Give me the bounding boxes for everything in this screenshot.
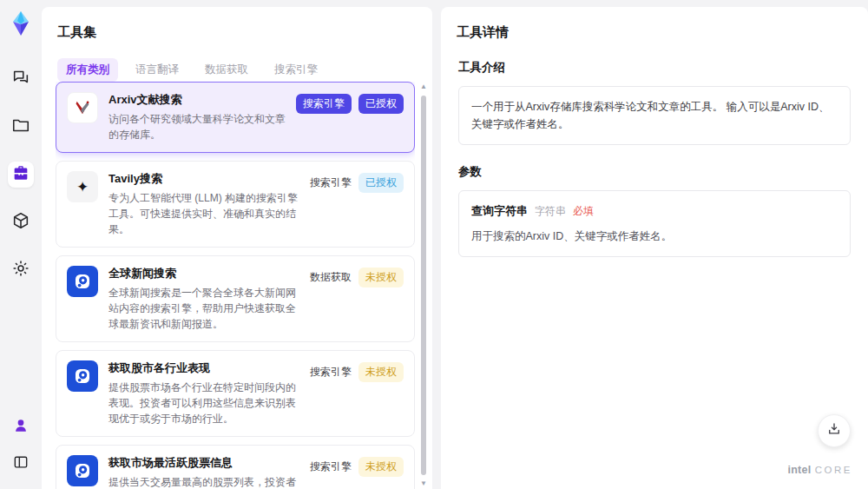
tool-name: 全球新闻搜索	[108, 266, 299, 281]
tool-category-badge: 搜索引擎	[310, 173, 352, 193]
tab-data-fetch[interactable]: 数据获取	[196, 58, 257, 82]
tool-description: 全球新闻搜索是一个聚合全球各大新闻网站内容的搜索引擎，帮助用户快速获取全球最新资…	[108, 285, 299, 332]
param-description: 用于搜索的Arxiv ID、关键字或作者姓名。	[471, 228, 838, 245]
detail-title: 工具详情	[441, 7, 868, 41]
chat-icon	[11, 68, 30, 90]
tool-description: 提供股票市场各个行业在特定时间段内的表现。投资者可以利用这些信息来识别表现优于或…	[108, 380, 299, 426]
tool-card[interactable]: 获取股市各行业表现 提供股票市场各个行业在特定时间段内的表现。投资者可以利用这些…	[56, 350, 415, 437]
sidebar-item-account[interactable]	[8, 414, 34, 440]
tab-search-engine[interactable]: 搜索引擎	[266, 58, 326, 82]
tool-auth-badge: 已授权	[358, 94, 404, 114]
tool-name: Arxiv文献搜索	[108, 92, 286, 108]
star-icon: ✦	[67, 171, 98, 202]
intro-text-box: 一个用于从Arxiv存储库搜索科学论文和文章的工具。 输入可以是Arxiv ID…	[458, 86, 851, 145]
intro-section-title: 工具介绍	[441, 41, 868, 76]
tool-card[interactable]: 获取市场最活跃股票信息 提供当天交易量最高的股票列表，投资者可以利用这些信息来识…	[56, 445, 415, 489]
sidebar-item-collapse[interactable]	[8, 451, 34, 477]
tool-description: 专为人工智能代理 (LLM) 构建的搜索引擎工具。可快速提供实时、准确和真实的结…	[108, 190, 299, 237]
tool-category-badge: 搜索引擎	[296, 94, 352, 114]
param-required-flag: 必填	[573, 203, 594, 220]
brand-core: CORE	[815, 465, 852, 475]
gear-icon	[11, 259, 30, 281]
toolbox-icon	[11, 163, 30, 186]
tool-auth-badge: 未授权	[358, 457, 404, 477]
scrollbar-thumb[interactable]	[421, 96, 426, 475]
download-icon	[826, 421, 842, 440]
params-section-title: 参数	[441, 145, 868, 180]
tool-list: Arxiv文献搜索 访问各个研究领域大量科学论文和文章的存储库。 搜索引擎 已授…	[56, 82, 415, 489]
scroll-up-icon[interactable]: ▲	[419, 83, 428, 90]
panel-toggle-icon	[12, 453, 30, 474]
sidebar-nav	[8, 66, 34, 283]
toolset-panel: 工具集 所有类别 语言翻译 数据获取 搜索引擎 Arxiv文献搜索 访问各个研究…	[42, 7, 432, 489]
sidebar-item-packages[interactable]	[8, 209, 34, 235]
param-type: 字符串	[535, 203, 566, 220]
toolset-title: 工具集	[42, 7, 432, 41]
arxiv-logo-icon	[67, 92, 98, 123]
sidebar-bottom	[8, 414, 34, 477]
user-icon	[12, 417, 30, 438]
tool-description: 访问各个研究领域大量科学论文和文章的存储库。	[108, 111, 286, 142]
tool-name: 获取股市各行业表现	[108, 360, 299, 376]
param-name: 查询字符串	[471, 202, 528, 221]
finance-logo-icon	[67, 266, 98, 297]
scrollbar[interactable]: ▲ ▼	[419, 83, 428, 487]
tool-name: 获取市场最活跃股票信息	[108, 455, 299, 471]
tool-category-badge: 搜索引擎	[310, 362, 352, 382]
tool-auth-badge: 已授权	[358, 173, 404, 193]
sidebar-item-chat[interactable]	[8, 66, 34, 92]
parameter-box: 查询字符串 字符串 必填 用于搜索的Arxiv ID、关键字或作者姓名。	[458, 190, 851, 257]
tool-card[interactable]: 全球新闻搜索 全球新闻搜索是一个聚合全球各大新闻网站内容的搜索引擎，帮助用户快速…	[56, 255, 415, 342]
sidebar-item-settings[interactable]	[8, 257, 34, 283]
sidebar-item-tools[interactable]	[8, 162, 34, 188]
tool-category-badge: 搜索引擎	[310, 457, 352, 477]
cube-icon	[11, 211, 30, 234]
sidebar-rail	[0, 0, 42, 489]
tool-description: 提供当天交易量最高的股票列表，投资者可以利用这些信息来识别流动性强的股票和潜在的…	[108, 474, 299, 489]
finance-logo-icon	[67, 455, 98, 486]
tool-detail-panel: 工具详情 工具介绍 一个用于从Arxiv存储库搜索科学论文和文章的工具。 输入可…	[441, 7, 868, 489]
tool-name: Tavily搜索	[108, 171, 299, 187]
finance-logo-icon	[67, 360, 98, 392]
download-button[interactable]	[818, 414, 851, 447]
brand-intel: intel	[788, 464, 812, 476]
folder-icon	[11, 116, 30, 138]
tool-card[interactable]: Arxiv文献搜索 访问各个研究领域大量科学论文和文章的存储库。 搜索引擎 已授…	[56, 82, 415, 153]
tab-all-categories[interactable]: 所有类别	[57, 58, 118, 82]
scroll-down-icon[interactable]: ▼	[419, 480, 428, 487]
tool-card[interactable]: ✦ Tavily搜索 专为人工智能代理 (LLM) 构建的搜索引擎工具。可快速提…	[56, 161, 415, 248]
tool-category-badge: 数据获取	[310, 268, 352, 287]
intel-core-logo: intel CORE	[788, 461, 852, 477]
tool-auth-badge: 未授权	[358, 362, 404, 382]
tab-translation[interactable]: 语言翻译	[127, 58, 187, 82]
sidebar-item-files[interactable]	[8, 114, 34, 140]
tool-auth-badge: 未授权	[358, 268, 404, 287]
gem-logo-icon	[8, 10, 34, 36]
